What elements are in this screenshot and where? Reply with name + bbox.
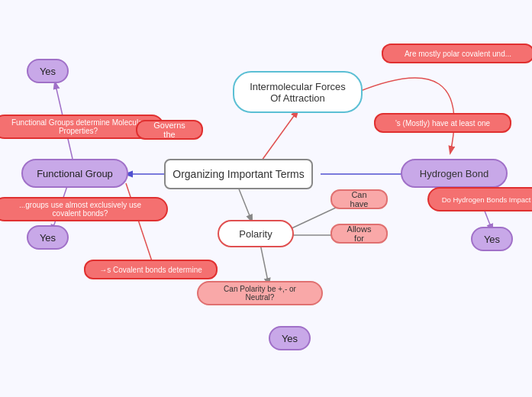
mostly-polar-text: Are mostly polar covalent und... bbox=[405, 50, 511, 58]
yes2-node[interactable]: Yes bbox=[27, 225, 69, 250]
functional-group-label: Functional Group bbox=[37, 168, 113, 179]
concept-map-canvas: Organizing Important Terms Intermolecula… bbox=[0, 0, 532, 397]
q4-node[interactable]: Do Hydrogen Bonds Impact the pH s... bbox=[427, 187, 532, 211]
imf-label: Intermolecular Forces Of Attraction bbox=[245, 81, 350, 104]
can-have-text: Can have bbox=[343, 190, 376, 208]
mostly-polar-label: Are mostly polar covalent und... bbox=[382, 44, 532, 63]
q3-label: Can Polarity be +,- or Neutral? bbox=[209, 285, 311, 302]
governs-text: Governs the bbox=[148, 121, 191, 139]
can-have-label: Can have bbox=[330, 189, 388, 209]
svg-line-10 bbox=[126, 183, 153, 263]
governs-label: Governs the bbox=[136, 120, 203, 140]
q4-label: Do Hydrogen Bonds Impact the pH s... bbox=[442, 195, 532, 204]
yes1-label: Yes bbox=[40, 66, 56, 77]
yes4-node[interactable]: Yes bbox=[471, 227, 513, 251]
yes1-node[interactable]: Yes bbox=[27, 59, 69, 83]
functional-group-node[interactable]: Functional Group bbox=[21, 159, 128, 188]
allows-for-label: Allows for bbox=[330, 224, 388, 244]
yes3-label: Yes bbox=[282, 333, 298, 344]
hydrogen-bond-label: Hydrogen Bond bbox=[420, 168, 488, 179]
q1-label: Functional Groups determine Molecular Pr… bbox=[5, 118, 152, 135]
q2-node[interactable]: ...groups use almost exclusively use cov… bbox=[0, 197, 168, 221]
polarity-node[interactable]: Polarity bbox=[218, 220, 294, 247]
organizing-label: Organizing Important Terms bbox=[172, 168, 304, 180]
allows-for-text: Allows for bbox=[343, 224, 376, 243]
polarity-label: Polarity bbox=[239, 228, 272, 240]
q2-label: ...groups use almost exclusively use cov… bbox=[5, 201, 156, 218]
hydrogen-bond-node[interactable]: Hydrogen Bond bbox=[401, 159, 508, 188]
q3-node[interactable]: Can Polarity be +,- or Neutral? bbox=[197, 281, 323, 305]
organizing-node[interactable]: Organizing Important Terms bbox=[164, 159, 313, 189]
covalent-text: →s Covalent bonds determine bbox=[99, 266, 202, 274]
yes4-label: Yes bbox=[484, 234, 500, 245]
yes3-node[interactable]: Yes bbox=[269, 326, 311, 350]
mostly-one-label: 's (Mostly) have at least one bbox=[374, 113, 511, 133]
yes2-label: Yes bbox=[40, 232, 56, 244]
imf-node[interactable]: Intermolecular Forces Of Attraction bbox=[233, 71, 363, 113]
mostly-one-text: 's (Mostly) have at least one bbox=[395, 119, 490, 127]
covalent-label: →s Covalent bonds determine bbox=[84, 260, 218, 279]
